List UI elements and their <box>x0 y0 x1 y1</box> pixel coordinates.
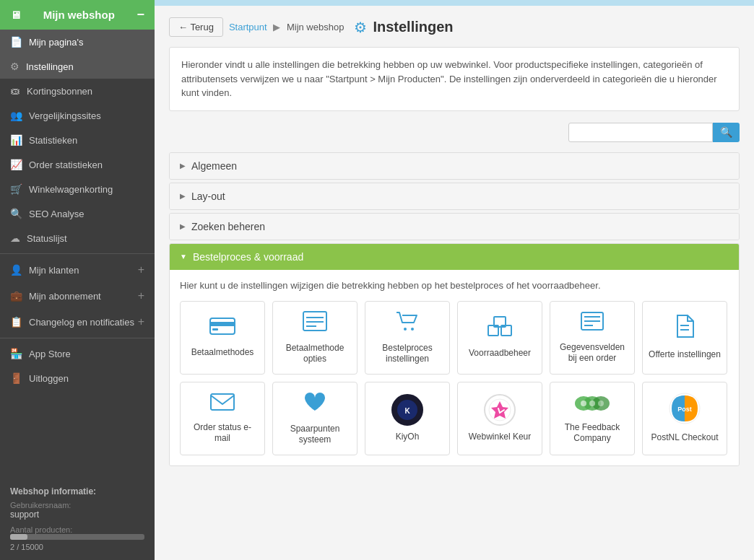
postnl-logo-icon: Post <box>669 393 701 426</box>
sidebar-item-label: Instellingen <box>26 61 74 72</box>
card-order-status-email[interactable]: Order status e-mail <box>180 382 265 455</box>
sidebar-header[interactable]: 🖥 Mijn webshop − <box>0 0 155 30</box>
accordion-label-algemeen: Algemeen <box>191 160 237 172</box>
sidebar-item-seo-analyse[interactable]: 🔍 SEO Analyse <box>0 201 155 226</box>
sidebar-header-title: Mijn webshop <box>43 9 115 21</box>
sidebar-item-instellingen[interactable]: ⚙ Instellingen <box>0 54 155 79</box>
sidebar-item-label: Mijn abonnement <box>29 291 101 302</box>
card-label: Gegevensvelden bij een order <box>556 342 628 364</box>
expand-icon: + <box>138 289 144 302</box>
search-button[interactable]: 🔍 <box>713 123 740 142</box>
customers-icon: 👤 <box>10 264 22 276</box>
card-label: KiyOh <box>396 432 420 443</box>
credit-card-icon <box>209 316 235 341</box>
settings-icon: ⚙ <box>10 61 20 72</box>
sidebar-item-label: Winkelwagenkorting <box>29 184 113 195</box>
card-offerte-instellingen[interactable]: Offerte instellingen <box>642 301 727 375</box>
kiyoh-logo-icon: K <box>391 394 423 426</box>
card-kiyoh[interactable]: K KiyOh <box>365 382 450 455</box>
sidebar-item-label: Mijn pagina's <box>29 37 83 48</box>
username-value: support <box>10 509 144 520</box>
accordion-label-zoeken: Zoeken beheren <box>191 221 265 232</box>
accordion-label-bestelproces: Bestelproces & voorraad <box>193 251 303 263</box>
svg-text:Post: Post <box>677 406 692 413</box>
card-feedback-company[interactable]: The Feedback Company <box>550 382 635 455</box>
sidebar-item-label: Kortingsbonnen <box>27 86 92 97</box>
accordion-header-lay-out[interactable]: ▶ Lay-out <box>170 183 739 209</box>
progress-text: 2 / 15000 <box>10 543 144 551</box>
sidebar-item-label: Statistieken <box>29 135 77 146</box>
sidebar-minimize-icon[interactable]: − <box>136 7 144 22</box>
card-spaarpunten[interactable]: Spaarpunten systeem <box>272 382 358 455</box>
card-betaalmethode-opties[interactable]: Betaalmethode opties <box>272 301 358 375</box>
breadcrumb-separator: ▶ <box>273 22 283 32</box>
card-bestelproces-instellingen[interactable]: Bestelproces instellingen <box>365 301 450 375</box>
sidebar-item-mijn-paginas[interactable]: 📄 Mijn pagina's <box>0 30 155 54</box>
sidebar-item-kortingsbonnen[interactable]: 🎟 Kortingsbonnen <box>0 79 155 103</box>
lines-icon <box>580 311 604 336</box>
card-voorraadbeheer[interactable]: Voorraadbeheer <box>457 301 542 375</box>
info-box: Hieronder vindt u alle instellingen die … <box>169 47 740 111</box>
card-postnl-checkout[interactable]: Post PostNL Checkout <box>642 382 727 455</box>
seo-icon: 🔍 <box>10 208 22 219</box>
sidebar-item-winkelwagenkorting[interactable]: 🛒 Winkelwagenkorting <box>0 177 155 201</box>
sidebar-item-changelog[interactable]: 📋 Changelog en notificaties + <box>0 309 155 335</box>
svg-text:K: K <box>404 407 410 415</box>
svg-rect-18 <box>211 394 234 410</box>
breadcrumb-current: Mijn webshop <box>287 22 344 32</box>
sidebar: 🖥 Mijn webshop − 📄 Mijn pagina's ⚙ Inste… <box>0 0 155 560</box>
sidebar-item-app-store[interactable]: 🏪 App Store <box>0 341 155 366</box>
svg-point-25 <box>581 401 586 406</box>
arrow-icon: ▶ <box>180 222 186 230</box>
sidebar-item-uitloggen[interactable]: 🚪 Uitloggen <box>0 366 155 390</box>
page-title-area: ⚙ Instellingen <box>354 19 453 36</box>
compare-icon: 👥 <box>10 110 22 121</box>
sidebar-item-label: Uitloggen <box>29 373 69 384</box>
doc-icon <box>675 314 695 344</box>
card-gegevensvelden[interactable]: Gegevensvelden bij een order <box>550 301 635 375</box>
card-label: Betaalmethodes <box>191 347 254 359</box>
order-stats-icon: 📈 <box>10 159 22 170</box>
svg-point-7 <box>404 328 407 331</box>
card-label: PostNL Checkout <box>651 432 719 444</box>
expand-icon: + <box>138 315 144 328</box>
breadcrumb-bar: ← Terug Startpunt ▶ Mijn webshop ⚙ Inste… <box>169 17 740 37</box>
sidebar-item-label: Mijn klanten <box>29 265 79 276</box>
svg-rect-2 <box>212 328 218 331</box>
sidebar-item-mijn-klanten[interactable]: 👤 Mijn klanten + <box>0 257 155 283</box>
accordion-header-algemeen[interactable]: ▶ Algemeen <box>170 153 739 179</box>
back-button[interactable]: ← Terug <box>169 17 223 37</box>
coupon-icon: 🎟 <box>10 85 20 97</box>
page-title: Instellingen <box>373 19 453 35</box>
accordion-header-zoeken[interactable]: ▶ Zoeken beheren <box>170 214 739 240</box>
svg-point-26 <box>589 401 595 406</box>
sidebar-item-label: Changelog en notificaties <box>29 317 134 328</box>
accordion-header-bestelproces[interactable]: ▼ Bestelproces & voorraad <box>170 244 739 270</box>
main-content: ← Terug Startpunt ▶ Mijn webshop ⚙ Inste… <box>155 0 754 560</box>
changelog-icon: 📋 <box>10 316 22 328</box>
card-label: Webwinkel Keur <box>469 432 531 443</box>
card-label: Offerte instellingen <box>649 349 721 361</box>
breadcrumb-start[interactable]: Startpunt <box>229 22 267 32</box>
sidebar-item-statuslijst[interactable]: ☁ Statuslijst <box>0 226 155 250</box>
card-betaalmethodes[interactable]: Betaalmethodes <box>180 301 265 375</box>
accordion-algemeen: ▶ Algemeen <box>169 152 740 180</box>
accordion-label-lay-out: Lay-out <box>191 191 225 202</box>
search-bar: 🔍 <box>169 123 740 142</box>
boxes-icon <box>487 315 513 342</box>
stats-icon: 📊 <box>10 134 22 146</box>
webshop-info-title: Webshop informatie: <box>10 486 144 496</box>
list-lines-icon <box>302 310 328 337</box>
sidebar-item-vergelijkingssites[interactable]: 👥 Vergelijkingssites <box>0 103 155 128</box>
webwinkel-keur-logo-icon <box>484 394 516 426</box>
status-icon: ☁ <box>10 232 20 244</box>
progress-bar-container <box>10 534 144 540</box>
webshop-info: Webshop informatie: Gebruikersnaam: supp… <box>0 478 155 560</box>
sidebar-item-statistieken[interactable]: 📊 Statistieken <box>0 128 155 152</box>
sidebar-item-order-statistieken[interactable]: 📈 Order statistieken <box>0 152 155 177</box>
search-input[interactable] <box>568 123 713 142</box>
sidebar-item-mijn-abonnement[interactable]: 💼 Mijn abonnement + <box>0 283 155 309</box>
app-store-icon: 🏪 <box>10 348 22 359</box>
card-webwinkel-keur[interactable]: Webwinkel Keur <box>457 382 542 455</box>
card-label: Order status e-mail <box>186 422 259 445</box>
